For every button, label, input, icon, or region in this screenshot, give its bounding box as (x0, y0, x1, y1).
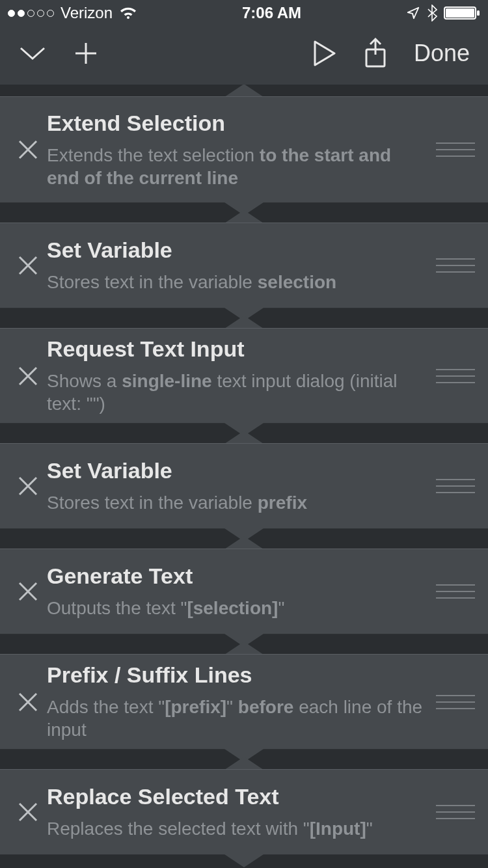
workflow-step-set-variable-selection[interactable]: Set VariableStores text in the variable … (0, 223, 488, 308)
location-icon (406, 6, 420, 20)
reorder-handle-icon[interactable] (436, 142, 475, 157)
desc-text: Adds the text " (47, 697, 165, 717)
workflow-steps: Extend SelectionExtends the text selecti… (0, 85, 488, 868)
svg-rect-2 (477, 10, 480, 16)
desc-text: " (366, 819, 373, 839)
desc-bold: [selection] (187, 598, 278, 618)
step-description: Outputs the text "[selection]" (47, 597, 426, 619)
delete-step-button[interactable] (13, 365, 43, 387)
step-connector (0, 634, 488, 654)
carrier-label: Verizon (61, 4, 113, 22)
step-title: Set Variable (47, 237, 426, 263)
status-left: Verizon (8, 4, 137, 22)
step-title: Set Variable (47, 458, 426, 483)
workflow-step-replace-selected-text[interactable]: Replace Selected TextReplaces the select… (0, 769, 488, 855)
reorder-handle-icon[interactable] (436, 805, 475, 819)
reorder-handle-icon[interactable] (436, 695, 475, 709)
delete-step-button[interactable] (13, 580, 43, 603)
step-body: Generate TextOutputs the text "[selectio… (47, 563, 436, 619)
workflow-step-extend-selection[interactable]: Extend SelectionExtends the text selecti… (0, 96, 488, 203)
step-title: Prefix / Suffix Lines (47, 662, 426, 688)
collapse-button[interactable] (18, 44, 47, 62)
signal-strength-icon (8, 10, 54, 17)
workflow-step-request-text-input[interactable]: Request Text InputShows a single-line te… (0, 328, 488, 424)
delete-step-button[interactable] (13, 475, 43, 497)
step-body: Extend SelectionExtends the text selecti… (47, 111, 436, 189)
desc-text: Outputs the text " (47, 598, 187, 618)
desc-text: Extends the text selection (47, 145, 260, 165)
desc-bold: prefix (258, 493, 307, 513)
step-title: Request Text Input (47, 336, 426, 362)
desc-text: Stores text in the variable (47, 493, 258, 513)
step-body: Set VariableStores text in the variable … (47, 458, 436, 514)
toolbar: Done (0, 26, 488, 85)
step-description: Shows a single-line text input dialog (i… (47, 370, 426, 415)
step-description: Replaces the selected text with "[Input]… (47, 817, 426, 840)
steps-end-connector (0, 855, 488, 868)
desc-text: Shows a (47, 371, 122, 391)
desc-bold: selection (258, 272, 336, 292)
desc-bold: [Input] (310, 819, 366, 839)
desc-bold: [prefix] (165, 697, 226, 717)
desc-text: " (226, 697, 238, 717)
step-body: Set VariableStores text in the variable … (47, 237, 436, 293)
desc-text: Replaces the selected text with " (47, 819, 310, 839)
wifi-icon (119, 6, 137, 20)
status-bar: Verizon 7:06 AM (0, 0, 488, 26)
step-title: Generate Text (47, 563, 426, 589)
step-description: Stores text in the variable prefix (47, 491, 426, 514)
step-body: Prefix / Suffix LinesAdds the text "[pre… (47, 662, 436, 741)
step-connector (0, 529, 488, 549)
play-button[interactable] (311, 39, 337, 68)
status-time: 7:06 AM (242, 4, 301, 22)
step-description: Stores text in the variable selection (47, 271, 426, 293)
step-title: Extend Selection (47, 111, 426, 136)
step-connector (0, 85, 488, 96)
step-title: Replace Selected Text (47, 784, 426, 809)
delete-step-button[interactable] (13, 801, 43, 823)
desc-text: Stores text in the variable (47, 272, 258, 292)
step-body: Request Text InputShows a single-line te… (47, 336, 436, 415)
step-connector (0, 750, 488, 769)
step-connector (0, 308, 488, 328)
svg-rect-1 (446, 8, 474, 18)
share-button[interactable] (363, 38, 388, 69)
delete-step-button[interactable] (13, 139, 43, 161)
reorder-handle-icon[interactable] (436, 369, 475, 383)
reorder-handle-icon[interactable] (436, 479, 475, 493)
workflow-step-generate-text[interactable]: Generate TextOutputs the text "[selectio… (0, 549, 488, 634)
delete-step-button[interactable] (13, 691, 43, 713)
bluetooth-icon (427, 5, 437, 21)
step-body: Replace Selected TextReplaces the select… (47, 784, 436, 840)
step-connector (0, 424, 488, 443)
workflow-step-prefix-suffix-lines[interactable]: Prefix / Suffix LinesAdds the text "[pre… (0, 654, 488, 750)
step-connector (0, 203, 488, 223)
step-description: Extends the text selection to the start … (47, 144, 426, 189)
workflow-step-set-variable-prefix[interactable]: Set VariableStores text in the variable … (0, 443, 488, 529)
desc-text: " (278, 598, 284, 618)
done-button[interactable]: Done (414, 40, 470, 67)
add-button[interactable] (73, 40, 99, 66)
delete-step-button[interactable] (13, 254, 43, 277)
step-description: Adds the text "[prefix]" before each lin… (47, 696, 426, 741)
battery-icon (444, 5, 480, 21)
reorder-handle-icon[interactable] (436, 258, 475, 273)
desc-bold: before (238, 697, 294, 717)
reorder-handle-icon[interactable] (436, 584, 475, 599)
status-right (406, 5, 480, 21)
desc-bold: single-line (122, 371, 211, 391)
